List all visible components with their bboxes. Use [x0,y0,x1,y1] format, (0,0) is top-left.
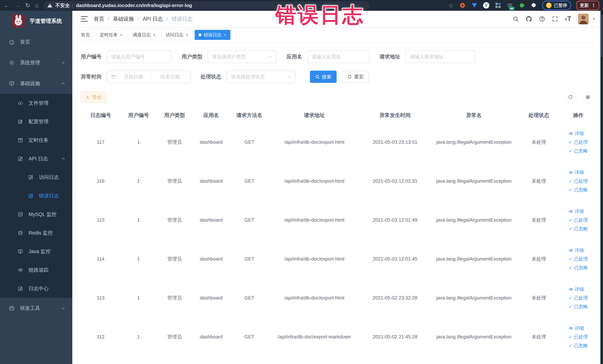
reload-icon[interactable]: ↻ [25,2,30,8]
close-icon[interactable]: × [120,33,123,37]
fullscreen-icon[interactable] [552,16,558,22]
sidebar-item-redis[interactable]: Redis 监控 [0,224,72,242]
caret-down-icon[interactable]: ▾ [593,16,595,21]
breadcrumb-current: 错误日志 [172,15,192,23]
table-header-cell: 用户类型 [157,108,193,123]
help-icon[interactable] [539,16,545,22]
sidebar-item-access-log[interactable]: 访问日志 [0,168,72,187]
sidebar-item-api-log[interactable]: API 日志 [0,150,72,168]
main-area: 首页 / 基础设施 / API 日志 / 错误日志 [72,11,603,364]
profile-paused-pill[interactable]: 已暂停 [542,1,571,10]
address-bar[interactable]: 不安全 dashboard.yudao.iocoder.cn/infra/log… [43,1,370,10]
sidebar-item-java[interactable]: Java 监控 [0,242,72,261]
tag-job[interactable]: 定时任务 × [96,30,127,40]
refresh-icon [568,95,573,100]
ignored-link[interactable]: ✓ 已忽略 [569,304,588,310]
detail-link[interactable]: 详细 [569,247,584,253]
user-id-input[interactable]: 请输入用户编号 [107,50,172,63]
sidebar-item-dev-tools[interactable]: 研发工具 [0,298,72,318]
export-button[interactable]: 导出 [81,91,106,103]
tag-error-log-active[interactable]: 错误日志 × [195,30,231,40]
detail-link[interactable]: 详细 [569,208,584,214]
sidebar-item-system[interactable]: 系统管理 [0,52,72,73]
scrollbar-thumb[interactable] [601,14,603,57]
sidebar-item-file-manage[interactable]: 文件管理 [0,94,72,112]
filter-request-url: 请求地址 请输入请求地址 [380,50,476,63]
bookmark-star-icon[interactable]: ☆ [448,2,454,9]
sidebar-item-error-log[interactable]: 错误日志 [0,187,72,205]
processed-link[interactable]: ✓ 已处理 [569,256,588,262]
tag-job-log[interactable]: 调度日志 × [129,30,159,40]
app-logo[interactable]: 芋道管理系统 [0,11,72,32]
sidebar-item-mysql[interactable]: MySQL 监控 [0,205,72,224]
request-url-input[interactable]: 请输入请求地址 [406,50,476,63]
sidebar-item-home[interactable]: 首页 [0,32,72,52]
app-name-input[interactable]: 请输入应用名 [307,50,370,63]
forward-icon[interactable]: → [14,2,20,8]
sidebar-item-infra[interactable]: 基础设施 [0,73,72,94]
browser-update-button[interactable]: 更新 ⋮ [576,1,599,10]
detail-link[interactable]: 详细 [569,169,584,176]
detail-link[interactable]: 详细 [569,286,584,292]
table-body: 117 1 管理员 dashboard GET /api/infra/db-do… [81,123,596,356]
cell-status: 未处理 [517,240,560,279]
search-icon[interactable] [512,16,519,22]
ignored-link[interactable]: ✓ 已忽略 [569,342,588,349]
ignored-link[interactable]: ✓ 已忽略 [569,187,588,193]
tag-access-log[interactable]: 访问日志 × [162,30,192,40]
java-monitor-icon [18,249,23,254]
breadcrumb: 首页 / 基础设施 / API 日志 / 错误日志 [94,15,192,23]
doc-edit-icon [28,193,33,199]
extension-v-icon[interactable]: V [483,2,489,9]
breadcrumb-home[interactable]: 首页 [94,15,104,23]
column-settings-button[interactable] [582,91,594,103]
extension-grid-icon[interactable] [495,2,501,9]
tag-home[interactable]: 首页 [77,30,94,40]
close-icon[interactable]: × [153,33,156,37]
refresh-button[interactable] [564,91,576,103]
date-range-picker[interactable]: 开始日期 - 结束日期 [107,70,191,83]
back-icon[interactable]: ← [4,2,10,8]
browser-menu-icon[interactable]: ⋮ [591,3,596,8]
processed-link[interactable]: ✓ 已处理 [569,295,588,301]
processed-link[interactable]: ✓ 已处理 [569,217,588,223]
page-content: 用户编号 请输入用户编号 用户类型 请选择用户类型 应用名 请输入应用名 [72,43,603,356]
close-icon[interactable]: × [224,33,227,37]
extensions-puzzle-icon[interactable] [530,2,537,9]
ignored-link[interactable]: ✓ 已忽略 [569,265,588,271]
sidebar-item-trace[interactable]: 链路追踪 [0,261,72,279]
github-icon[interactable] [525,16,532,22]
hamburger-icon[interactable] [81,16,88,22]
sidebar-item-log-center[interactable]: 日志中心 [0,279,72,298]
breadcrumb-api-log[interactable]: API 日志 [143,15,163,23]
extension-leaf-icon[interactable] [519,2,525,9]
chevron-up-icon [61,82,65,85]
check-icon: ✓ [569,334,572,340]
home-icon[interactable]: ⌂ [35,2,39,8]
cell-user-id: 1 [120,123,157,162]
cell-request-url: /api/infra/db-doc/export-html [269,162,359,201]
cell-request-url: /api/infra/db-doc/export-html [269,201,359,240]
user-type-select[interactable]: 请选择用户类型 [208,50,277,63]
eye-icon [569,248,573,253]
sidebar-item-job[interactable]: 定时任务 [0,131,72,150]
browser-scrollbar[interactable] [600,11,603,364]
processed-link[interactable]: ✓ 已处理 [569,334,588,340]
processed-link[interactable]: ✓ 已处理 [569,178,588,184]
processed-link[interactable]: ✓ 已处理 [569,139,588,145]
user-avatar[interactable] [578,13,589,24]
extension-adblock-icon[interactable]: on [507,2,513,9]
ignored-link[interactable]: ✓ 已忽略 [569,226,588,232]
close-icon[interactable]: × [186,33,188,37]
search-button[interactable]: 搜索 [310,71,337,83]
ignored-link[interactable]: ✓ 已忽略 [569,148,588,154]
reset-button[interactable]: 重置 [342,71,369,83]
detail-link[interactable]: 详细 [569,130,584,137]
sidebar-item-config-manage[interactable]: 配置管理 [0,112,72,131]
detail-link[interactable]: 详细 [569,325,584,331]
extension-drop-icon[interactable] [471,2,478,9]
extension-donut-icon[interactable] [459,2,466,9]
status-select[interactable]: 请选择处理状态 [227,70,295,83]
font-size-icon[interactable]: TT [565,15,571,23]
breadcrumb-infra[interactable]: 基础设施 [113,15,134,23]
